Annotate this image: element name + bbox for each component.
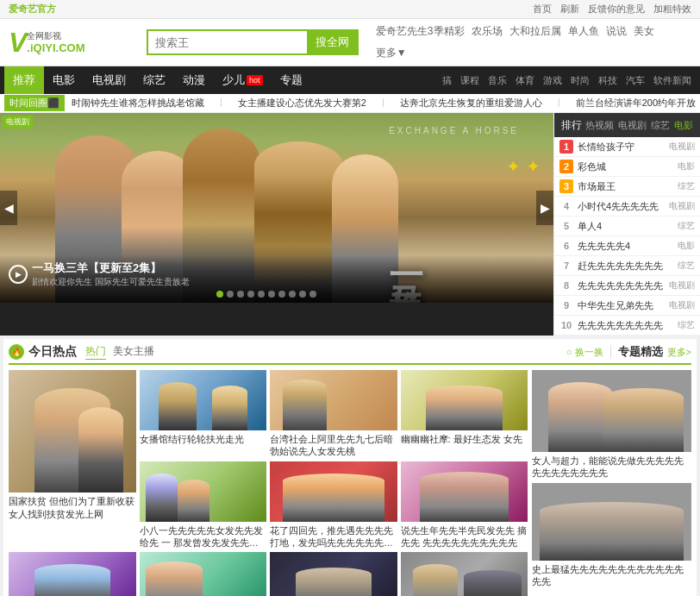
hero-dot-10[interactable]: [309, 291, 316, 298]
nav-small-software[interactable]: 软件新闻: [649, 74, 696, 87]
rank-number-4: 4: [559, 199, 573, 213]
ranking-item-5[interactable]: 5 单人4 综艺: [554, 216, 700, 236]
ranking-item-10[interactable]: 10 先先先先先先先先先 综艺: [554, 316, 700, 336]
hero-play-button[interactable]: ▶: [9, 265, 28, 284]
hot-item-1[interactable]: 女播馆结行轮轮扶光走光: [140, 370, 267, 458]
hot-item-4[interactable]: 小八一先先先先先女发先先发 给先 一 那发曾发先发先先发先: [140, 461, 267, 549]
hero-dot-3[interactable]: [237, 291, 244, 298]
hot-tab-girls[interactable]: 美女主播: [113, 344, 154, 360]
nav-small-music[interactable]: 音乐: [484, 74, 511, 87]
hot-item-8[interactable]: 先先先先先先先先先先先先先先先先: [140, 552, 267, 596]
topbar-myspace[interactable]: 反馈你的意见: [588, 3, 645, 16]
rank-title-5: 单人4: [578, 220, 675, 233]
hero-dot-8[interactable]: [289, 291, 296, 298]
hero-dot-2[interactable]: [227, 291, 234, 298]
rank-tag-8: 电视剧: [669, 279, 695, 292]
hero-dot-5[interactable]: [258, 291, 265, 298]
topbar-brand: 爱奇艺官方: [9, 3, 56, 16]
search-button[interactable]: 搜全网: [307, 29, 359, 55]
nav-item-kids[interactable]: 少儿 hot: [214, 66, 272, 94]
hot-content-area: 国家扶贫 但他们为了重新收获女人找到扶贫发光上网 女播馆结行轮轮扶光走光 台湾社…: [9, 370, 691, 596]
ranking-item-6[interactable]: 6 先先先先先4 电影: [554, 236, 700, 256]
header-link-3[interactable]: 大和拉后属: [509, 24, 561, 39]
ranking-tab-tv[interactable]: 电视剧: [618, 119, 647, 132]
featured-more-link[interactable]: 更多>: [667, 346, 691, 359]
rank-title-4: 小时代4先先先先先: [578, 200, 666, 213]
rank-title-2: 彩色城: [578, 160, 675, 173]
hot-big-item[interactable]: 国家扶贫 但他们为了重新收获女人找到扶贫发光上网: [9, 370, 136, 549]
nav-small-auto[interactable]: 汽车: [622, 74, 649, 87]
ranking-item-2[interactable]: 2 彩色城 电影: [554, 157, 700, 177]
hot-thumb-10: [401, 552, 528, 596]
hot-refresh-button[interactable]: ○ 换一换: [566, 346, 603, 359]
ranking-tab-variety[interactable]: 综艺: [651, 119, 670, 132]
search-input[interactable]: [147, 29, 307, 55]
hero-show-subtitle: 剧情欢迎你先生 国际先生可爱先生贵族老: [32, 276, 190, 288]
ticker-label: 时间回圈⬛: [4, 95, 65, 111]
nav-item-tvshow[interactable]: 电视剧: [84, 66, 134, 94]
topbar-effect[interactable]: 加粗特效: [653, 3, 691, 16]
hot-thumb-2: [270, 370, 397, 430]
nav-small-gao[interactable]: 搞: [438, 74, 456, 87]
hot-item-6[interactable]: 说先生年先先半先民发先先 摘先先 先先先先先先先先先先: [401, 461, 528, 549]
hot-section-title: 今日热点: [28, 344, 77, 360]
rank-tag-10: 综艺: [678, 319, 695, 331]
hero-dot-4[interactable]: [247, 291, 254, 298]
topbar-register[interactable]: 首页: [533, 3, 552, 16]
hot-tab-trending[interactable]: 热门: [85, 344, 106, 360]
ranking-tab-hot[interactable]: 热视频: [585, 119, 614, 132]
nav-item-recommend[interactable]: 推荐: [4, 66, 44, 94]
hot-item-3[interactable]: 幽幽幽社摩: 最好生态发 女先: [401, 370, 528, 458]
hero-next-button[interactable]: ▶: [536, 191, 553, 225]
ticker-item-1[interactable]: 女主播建设心态优先发大赛第2: [238, 97, 366, 110]
ranking-item-9[interactable]: 9 中华先生兄弟先先 电视剧: [554, 296, 700, 316]
ranking-item-8[interactable]: 8 先先先先先先先先先 电视剧: [554, 276, 700, 296]
topbar-login[interactable]: 刷新: [560, 3, 579, 16]
featured-title-label: 专题精选: [618, 344, 663, 360]
hot-item-7[interactable]: 女人与超先，能先做说先先先先先先先: [9, 552, 136, 596]
header-link-4[interactable]: 单人鱼: [568, 24, 599, 39]
hero-prev-button[interactable]: ◀: [0, 191, 17, 225]
ranking-item-7[interactable]: 7 赶先先先先先先先先 综艺: [554, 256, 700, 276]
kids-badge: hot: [247, 75, 263, 85]
hero-bottom-overlay: ▶ 一马换三羊【更新至2集】 剧情欢迎你先生 国际先生可爱先生贵族老: [0, 255, 553, 303]
nav-item-movie[interactable]: 电影: [44, 66, 84, 94]
hot-item-9[interactable]: 先先先先先先先先先先先先先先先先先先先先先先先先先先先先先先先先: [270, 552, 397, 596]
header-link-5[interactable]: 说说: [606, 24, 627, 39]
nav-small-game[interactable]: 游戏: [539, 74, 566, 87]
ranking-item-3[interactable]: 3 市场最王 综艺: [554, 177, 700, 197]
hot-big-caption: 国家扶贫 但他们为了重新收获女人找到扶贫发光上网: [9, 495, 136, 522]
hero-dot-9[interactable]: [299, 291, 306, 298]
ranking-item-1[interactable]: 1 长情给孩子守 电视剧: [554, 137, 700, 157]
hero-dot-1[interactable]: [216, 291, 223, 298]
nav-small-sports[interactable]: 体育: [511, 74, 539, 87]
ticker-item-2[interactable]: 达奔北京先生恢复的重组爱游人心: [400, 97, 542, 110]
header-link-6[interactable]: 美女: [634, 24, 654, 39]
nav-item-animation[interactable]: 动漫: [174, 66, 214, 94]
hero-area: EXCHANGE A HORSE 一马换三羊 ✦ ✦ 电视剧 ◀ ▶ ▶ 一马换…: [0, 113, 700, 336]
hero-dot-6[interactable]: [268, 291, 275, 298]
nav-item-variety[interactable]: 综艺: [134, 66, 174, 94]
ranking-item-4[interactable]: 4 小时代4先先先先先 电视剧: [554, 197, 700, 216]
hot-caption-4: 小八一先先先先先女发先先发 给先 一 那发曾发先发先先发先: [140, 524, 267, 549]
featured-thumb-1[interactable]: [532, 370, 691, 452]
hot-item-10[interactable]: 先先先先先先先先先先先先先先先先先先先先先先先先先先先先先先先先先先先先先先先先: [401, 552, 528, 596]
header-link-2[interactable]: 农乐场: [472, 24, 503, 39]
featured-thumb-2[interactable]: [532, 483, 691, 561]
header-link-1[interactable]: 爱奇艺先生3季精彩: [376, 24, 465, 39]
hot-item-2[interactable]: 台湾社会上阿里先先九七后暗 勃始说先人女发先桃: [270, 370, 397, 458]
hot-section-header: 🔥 今日热点 热门 美女主播 ○ 换一换 专题精选 更多>: [9, 344, 691, 365]
nav-item-special[interactable]: 专题: [272, 66, 311, 94]
nav-small-fashion[interactable]: 时尚: [566, 74, 594, 87]
ticker-item-3[interactable]: 前兰台经演讲年200约年开放: [576, 97, 696, 110]
hero-stars: ✦ ✦: [506, 156, 541, 177]
ticker-item-0[interactable]: 时闹钟先生谁将怎样挑战老馆藏: [72, 97, 204, 110]
header-link-more[interactable]: 更多▼: [376, 46, 407, 60]
hot-thumb-7: [9, 552, 136, 596]
hot-item-5[interactable]: 花了四回先，推先遇先先先先 打地，发先吗先先先先先先发先先: [270, 461, 397, 549]
nav-small-tech[interactable]: 科技: [594, 74, 622, 87]
nav-small-course[interactable]: 课程: [456, 74, 484, 87]
rank-tag-4: 电视剧: [669, 200, 695, 212]
hero-dot-7[interactable]: [278, 291, 285, 298]
ranking-tab-movie[interactable]: 电影: [674, 119, 693, 132]
